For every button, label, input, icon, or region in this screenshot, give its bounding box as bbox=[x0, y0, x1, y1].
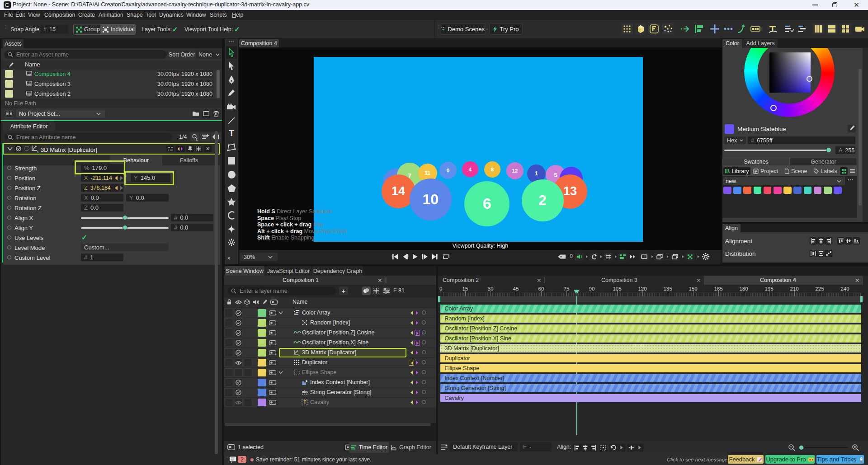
svg-text:abc: abc bbox=[302, 390, 308, 394]
svg-text:T: T bbox=[303, 400, 306, 405]
